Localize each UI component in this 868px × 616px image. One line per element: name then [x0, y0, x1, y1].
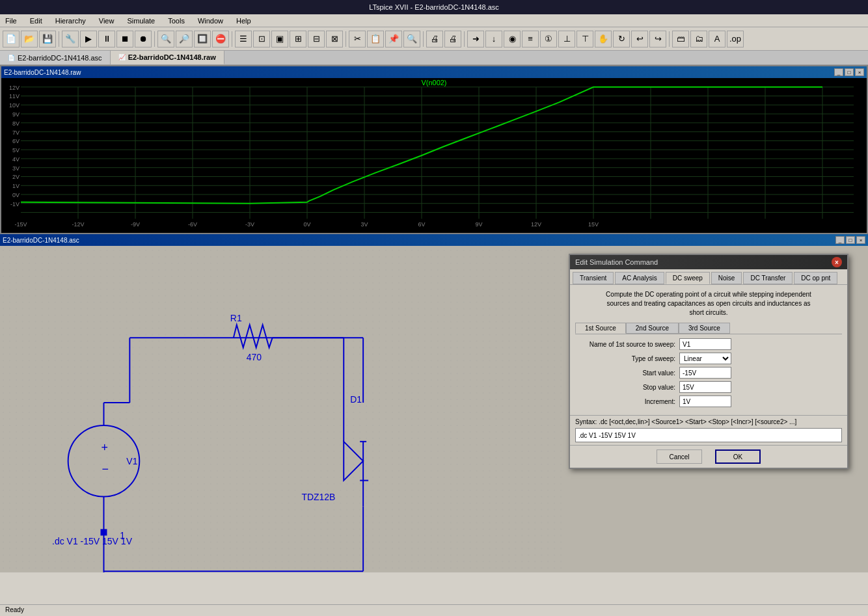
tb-cut[interactable]: ✂: [349, 31, 366, 47]
tb-sym2[interactable]: ⊤: [576, 31, 593, 47]
tb-component4[interactable]: ⊞: [290, 31, 306, 47]
tb-place[interactable]: 🔍: [403, 31, 420, 47]
tb-new2[interactable]: 🗃: [672, 31, 689, 47]
menu-help[interactable]: Help: [234, 16, 254, 25]
dialog-close-button[interactable]: ×: [832, 257, 842, 267]
tb-wire[interactable]: 🔧: [62, 31, 79, 47]
svg-text:V(n002): V(n002): [421, 79, 446, 87]
schematic-titlebar: E2-barridoDC-1N4148.asc _ □ ×: [0, 234, 868, 246]
svg-text:+: +: [101, 441, 107, 454]
dialog-tab-dc-sweep[interactable]: DC sweep: [666, 272, 710, 284]
cancel-button[interactable]: Cancel: [657, 449, 702, 464]
syntax-label: Syntax: .dc [<oct,dec,lin>] <Source1> <S…: [575, 418, 796, 425]
title-bar: LTspice XVII - E2-barridoDC-1N4148.asc: [0, 0, 868, 14]
dialog-tab-dc-transfer[interactable]: DC Transfer: [743, 272, 793, 284]
src-tab-3rd[interactable]: 3rd Source: [679, 323, 730, 334]
tb-zoom-in[interactable]: 🔍: [157, 31, 174, 47]
tb-paste[interactable]: 📌: [385, 31, 402, 47]
tb-open[interactable]: 📂: [21, 31, 38, 47]
tb-halt[interactable]: ⏺: [135, 31, 152, 47]
plot-minimize[interactable]: _: [834, 68, 843, 76]
stop-value-input[interactable]: [679, 381, 731, 393]
src-tab-2nd[interactable]: 2nd Source: [626, 323, 679, 334]
tb-spice[interactable]: .op: [727, 31, 744, 47]
increment-input[interactable]: [679, 395, 731, 407]
toolbar: 📄 📂 💾 🔧 ▶ ⏸ ⏹ ⏺ 🔍 🔎 🔲 ⛔ ☰ ⊡ ▣ ⊞ ⊟ ⊠ ✂ 📋 …: [0, 27, 868, 51]
tb-bus[interactable]: ≡: [522, 31, 539, 47]
tb-undo[interactable]: ↩: [631, 31, 648, 47]
menu-edit[interactable]: Edit: [27, 16, 45, 25]
tab-schematic[interactable]: 📄 E2-barridoDC-1N4148.asc: [0, 51, 111, 64]
start-value-input[interactable]: [679, 367, 731, 379]
schematic-restore[interactable]: □: [846, 236, 855, 244]
tb-component2[interactable]: ⊡: [253, 31, 270, 47]
tab-raw-label: E2-barridoDC-1N4148.raw: [128, 53, 216, 61]
tb-marker[interactable]: ↓: [485, 31, 502, 47]
menu-simulate[interactable]: Simulate: [124, 16, 157, 25]
tb-run[interactable]: ▶: [80, 31, 97, 47]
tb-rotate[interactable]: ↻: [613, 31, 630, 47]
schematic-window: E2-barridoDC-1N4148.asc _ □ × + −: [0, 234, 868, 572]
svg-text:TDZ12B: TDZ12B: [301, 492, 335, 502]
tb-new3[interactable]: 🗂: [690, 31, 707, 47]
tb-zoom-fit[interactable]: 🔲: [194, 31, 211, 47]
menu-file[interactable]: File: [3, 16, 20, 25]
dialog-tab-ac[interactable]: AC Analysis: [615, 272, 664, 284]
sweep-type-select[interactable]: Linear Octave Decade List: [679, 353, 731, 364]
tb-new[interactable]: 📄: [3, 31, 20, 47]
svg-text:2V: 2V: [12, 174, 20, 180]
svg-text:D1: D1: [350, 394, 362, 405]
command-input[interactable]: [575, 428, 842, 442]
menu-window[interactable]: Window: [195, 16, 226, 25]
tb-sym[interactable]: ⊥: [558, 31, 575, 47]
tb-component5[interactable]: ⊟: [308, 31, 325, 47]
tb-save[interactable]: 💾: [39, 31, 56, 47]
schematic-minimize[interactable]: _: [835, 236, 845, 244]
tb-component3[interactable]: ▣: [271, 31, 288, 47]
tb-print2[interactable]: 🖨: [444, 31, 461, 47]
svg-text:-12V: -12V: [72, 221, 85, 228]
sweep-type-label: Type of sweep:: [575, 355, 679, 362]
tb-hand[interactable]: ✋: [595, 31, 612, 47]
menu-hierarchy[interactable]: Hierarchy: [53, 16, 88, 25]
dialog-tab-noise[interactable]: Noise: [711, 272, 742, 284]
dialog-tab-transient[interactable]: Transient: [573, 272, 614, 284]
plot-restore[interactable]: □: [845, 68, 854, 76]
schematic-window-title: E2-barridoDC-1N4148.asc: [3, 237, 79, 244]
svg-text:15V: 15V: [588, 221, 599, 228]
tb-num1[interactable]: ①: [540, 31, 557, 47]
tb-component6[interactable]: ⊠: [326, 31, 343, 47]
source-name-input[interactable]: [679, 338, 731, 350]
plot-close[interactable]: ×: [855, 68, 864, 76]
src-tab-1st[interactable]: 1st Source: [575, 323, 626, 334]
tb-text[interactable]: A: [709, 31, 726, 47]
svg-text:470: 470: [247, 352, 262, 362]
sweep-type-row: Type of sweep: Linear Octave Decade List: [575, 353, 842, 364]
dialog-titlebar: Edit Simulation Command ×: [570, 255, 847, 269]
svg-text:12V: 12V: [9, 85, 20, 91]
status-text: Ready: [5, 606, 24, 613]
menu-view[interactable]: View: [96, 16, 117, 25]
tb-label[interactable]: ◉: [504, 31, 521, 47]
status-bar: Ready: [0, 604, 868, 616]
tb-sep6: [464, 31, 465, 47]
tb-print[interactable]: 🖨: [426, 31, 443, 47]
svg-text:3V: 3V: [12, 165, 20, 172]
schematic-close[interactable]: ×: [856, 236, 865, 244]
dialog-tab-dc-op-pnt[interactable]: DC op pnt: [794, 272, 837, 284]
tab-raw[interactable]: 📈 E2-barridoDC-1N4148.raw: [111, 51, 224, 64]
tb-pause[interactable]: ⏸: [98, 31, 115, 47]
tb-zoom-out[interactable]: 🔎: [176, 31, 193, 47]
tb-component1[interactable]: ☰: [235, 31, 252, 47]
tb-cursor[interactable]: ➜: [467, 31, 484, 47]
tb-zoom-stop[interactable]: ⛔: [212, 31, 229, 47]
tb-copy[interactable]: 📋: [367, 31, 384, 47]
menu-tools[interactable]: Tools: [165, 16, 187, 25]
svg-text:11V: 11V: [9, 94, 20, 100]
svg-text:-3V: -3V: [245, 221, 254, 228]
tb-redo[interactable]: ↪: [649, 31, 666, 47]
dialog-tabs: Transient AC Analysis DC sweep Noise DC …: [570, 269, 847, 285]
svg-text:4V: 4V: [12, 156, 20, 163]
tb-stop[interactable]: ⏹: [116, 31, 133, 47]
ok-button[interactable]: OK: [715, 449, 761, 464]
